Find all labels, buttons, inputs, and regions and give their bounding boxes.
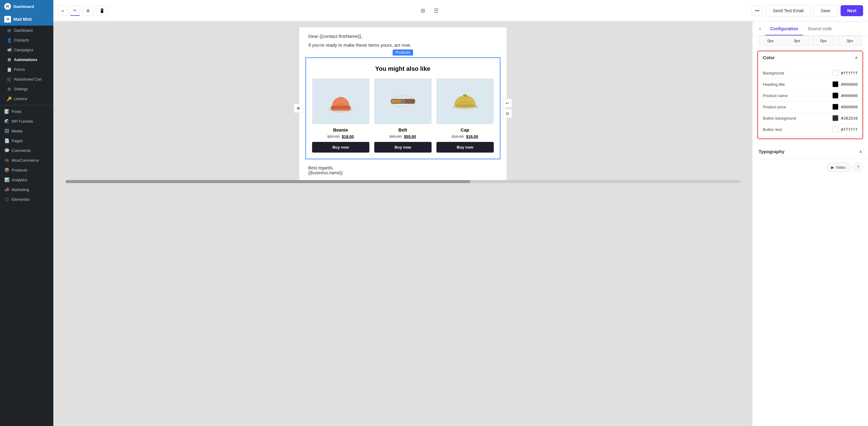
back-button[interactable]: « [58, 5, 67, 16]
tab-configuration[interactable]: Configuration [765, 21, 803, 35]
list-layout-button[interactable]: ☰ [431, 5, 442, 17]
woocommerce-icon: 🛍 [4, 158, 9, 163]
sidebar-item-analytics[interactable]: 📊 Analytics [0, 175, 53, 184]
sidebar-item-wp-funnels[interactable]: 🌊 WP Funnels [0, 116, 53, 126]
belt-svg [388, 83, 418, 120]
color-value-product-price[interactable]: #000000 [832, 104, 858, 110]
posts-icon: 📝 [4, 109, 9, 114]
typography-chevron[interactable]: ∧ [859, 149, 862, 154]
products-grid: Beanie $20.00 $18.00 Buy now [312, 79, 494, 152]
color-value-background[interactable]: #ffffff [832, 70, 858, 76]
color-swatch-product-price [832, 104, 838, 110]
color-label-heading-title: Heading title [763, 82, 785, 87]
contacts-icon: 👤 [7, 38, 11, 43]
sidebar-item-label: Marketing [11, 188, 29, 192]
product-image-cap [436, 79, 494, 124]
margin-left-input[interactable] [838, 36, 862, 46]
svg-rect-9 [396, 100, 398, 103]
grid-icon: ⊞ [421, 8, 425, 14]
sidebar-item-elementor[interactable]: ⬡ Elementor [0, 194, 53, 204]
sidebar-item-label: Settings [14, 87, 28, 91]
desktop-view-button[interactable]: 🖥 [83, 5, 94, 16]
email-footer-line2: {{business.name}} [308, 170, 497, 175]
more-options-button[interactable]: ••• [751, 5, 763, 16]
next-button[interactable]: Next [841, 5, 863, 16]
block-controls-left: ✥ [294, 104, 303, 113]
sidebar-item-campaigns[interactable]: 📢 Campaigns [0, 45, 53, 55]
sidebar-wp-header[interactable]: W Dashboard [0, 0, 53, 13]
color-row-button-text: Button text #ffffff [762, 124, 859, 135]
sidebar-mailmint-header[interactable]: ✉ Mail Mint [0, 13, 53, 26]
color-section-label: Color [763, 55, 775, 60]
product-name-beanie: Beanie [312, 127, 369, 133]
sidebar-item-abandoned-cart[interactable]: 🛒 Abandoned Cart [0, 75, 53, 84]
canvas-scrollbar-thumb [65, 180, 470, 183]
move-block-button[interactable]: ✥ [294, 104, 303, 113]
canvas-horizontal-scrollbar[interactable] [65, 180, 740, 183]
sidebar-item-label: Products [11, 168, 27, 172]
video-play-icon: ▶ [831, 165, 834, 170]
svg-rect-13 [405, 100, 415, 103]
sidebar-item-pages[interactable]: 📄 Pages [0, 136, 53, 146]
margin-top-input[interactable] [758, 36, 783, 46]
color-value-heading-title[interactable]: #000000 [832, 81, 858, 87]
products-icon: 📦 [4, 168, 9, 172]
help-button[interactable]: ? [854, 162, 863, 172]
mobile-view-button[interactable]: 📱 [96, 5, 108, 16]
buy-now-beanie[interactable]: Buy now [312, 142, 369, 152]
sidebar-item-label: Licence [14, 97, 27, 101]
color-label-button-text: Button text [763, 127, 782, 132]
sidebar-item-licence[interactable]: 🔑 Licence [0, 94, 53, 104]
tab-source-code[interactable]: Source code [803, 21, 837, 35]
sidebar-item-products[interactable]: 📦 Products [0, 165, 53, 175]
margin-right-input[interactable] [785, 36, 809, 46]
video-button[interactable]: ▶ Video [827, 162, 850, 172]
undo-block-button[interactable]: ↩ [503, 98, 512, 108]
sidebar-item-label: Automations [14, 58, 37, 62]
sidebar-item-label: Comments [11, 148, 31, 153]
sidebar-item-comments[interactable]: 💬 Comments [0, 146, 53, 155]
pen-tool-button[interactable]: ✏ [70, 5, 80, 16]
color-value-product-name[interactable]: #000000 [832, 92, 858, 98]
products-block-wrapper: Products You might also like [299, 57, 506, 162]
buy-now-belt[interactable]: Buy now [374, 142, 432, 152]
send-test-email-button[interactable]: Send Test Email [766, 5, 811, 17]
product-prices-belt: $65.00 $55.00 [374, 134, 432, 139]
grid-layout-button[interactable]: ⊞ [417, 5, 428, 17]
sidebar-item-forms[interactable]: 📋 Forms [0, 65, 53, 75]
save-button[interactable]: Save [814, 5, 838, 17]
svg-rect-8 [394, 100, 396, 103]
panel-back-button[interactable]: ‹ [757, 23, 763, 34]
price-old-belt: $65.00 [390, 134, 402, 139]
products-block[interactable]: Products You might also like [305, 57, 500, 159]
products-label: Products [393, 50, 413, 56]
sidebar-item-woocommerce[interactable]: 🛍 WooCommerce [0, 155, 53, 165]
canvas-scroll: Dear {{contact.firstName}}, If you're re… [59, 27, 746, 181]
email-frame: Dear {{contact.firstName}}, If you're re… [299, 27, 506, 181]
sidebar-item-dashboard[interactable]: ⊞ Dashboard [0, 26, 53, 35]
media-icon: 🖼 [4, 129, 9, 133]
buy-now-cap[interactable]: Buy now [436, 142, 494, 152]
sidebar-item-contacts[interactable]: 👤 Contacts [0, 35, 53, 45]
email-greeting: Dear {{contact.firstName}}, [308, 34, 497, 39]
duplicate-block-button[interactable]: ⧉ [503, 109, 512, 118]
sidebar-item-marketing[interactable]: 📣 Marketing [0, 184, 53, 194]
beanie-svg [326, 83, 356, 120]
color-value-button-text[interactable]: #ffffff [832, 126, 858, 133]
color-section-chevron[interactable]: ∧ [855, 56, 858, 60]
back-icon: « [62, 8, 64, 13]
sidebar-item-label: Analytics [11, 178, 27, 182]
email-footer-line1: Best regards, [308, 165, 497, 170]
color-value-button-background[interactable]: #2B2D38 [832, 115, 858, 121]
licence-icon: 🔑 [7, 96, 11, 101]
sidebar-item-posts[interactable]: 📝 Posts [0, 107, 53, 116]
analytics-icon: 📊 [4, 177, 9, 182]
right-panel: ‹ Configuration Source code Color ∧ [752, 21, 868, 426]
sidebar-item-automations[interactable]: ⚙ Automations [0, 55, 53, 65]
sidebar-item-media[interactable]: 🖼 Media [0, 126, 53, 136]
sidebar-item-label: Media [11, 129, 22, 133]
sidebar-item-settings[interactable]: ⚙ Settings [0, 84, 53, 94]
margin-bottom-input[interactable] [812, 36, 836, 46]
panel-tabs: ‹ Configuration Source code [752, 21, 868, 36]
svg-point-12 [402, 101, 404, 102]
